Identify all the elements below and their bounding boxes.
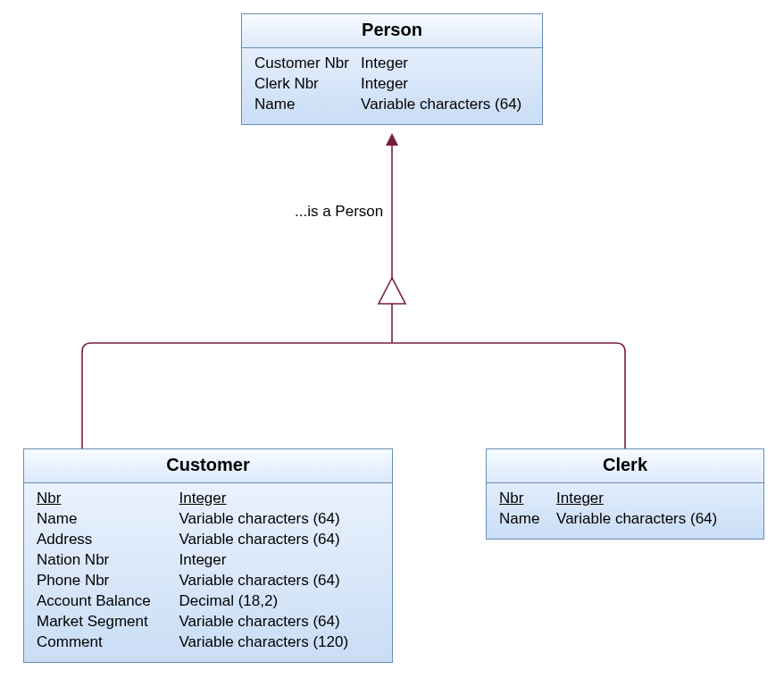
entity-person-body: Customer Nbr Integer Clerk Nbr Integer N…: [242, 48, 542, 124]
entity-customer-body: Nbr Integer Name Variable characters (64…: [24, 483, 392, 662]
attr-type: Decimal (18,2): [176, 591, 383, 612]
attr-type: Integer: [553, 489, 755, 509]
attr-type: Variable characters (64): [357, 95, 533, 115]
attr-type: Integer: [176, 489, 383, 509]
attr-row: Name Variable characters (64): [33, 509, 383, 530]
attr-row: Nbr Integer: [496, 489, 755, 509]
attr-name: Comment: [33, 632, 176, 653]
entity-clerk-title: Clerk: [487, 449, 763, 483]
attr-row: Account Balance Decimal (18,2): [33, 591, 383, 612]
attr-type: Variable characters (64): [176, 612, 383, 632]
attr-type: Integer: [176, 550, 383, 571]
attr-row: Nation Nbr Integer: [33, 550, 383, 571]
attr-name: Name: [251, 95, 357, 115]
attr-name: Address: [33, 530, 176, 550]
entity-person: Person Customer Nbr Integer Clerk Nbr In…: [241, 13, 543, 125]
attr-row: Name Variable characters (64): [251, 95, 533, 115]
attr-name: Phone Nbr: [33, 571, 176, 591]
attr-row: Comment Variable characters (120): [33, 632, 383, 653]
attr-name: Account Balance: [33, 591, 176, 612]
entity-customer-title: Customer: [24, 449, 392, 483]
attr-type: Integer: [357, 54, 533, 74]
attr-row: Nbr Integer: [33, 489, 383, 509]
entity-customer: Customer Nbr Integer Name Variable chara…: [23, 448, 393, 663]
attr-name: Customer Nbr: [251, 54, 357, 74]
attr-name: Nbr: [33, 489, 176, 509]
svg-marker-2: [379, 278, 405, 304]
attr-name: Market Segment: [33, 612, 176, 632]
attr-row: Market Segment Variable characters (64): [33, 612, 383, 632]
attr-name: Nation Nbr: [33, 550, 176, 571]
attr-row: Address Variable characters (64): [33, 530, 383, 550]
attr-row: Clerk Nbr Integer: [251, 74, 533, 95]
attr-type: Integer: [357, 74, 533, 95]
attr-row: Phone Nbr Variable characters (64): [33, 571, 383, 591]
entity-person-title: Person: [242, 14, 542, 48]
svg-marker-1: [386, 133, 398, 146]
attr-name: Clerk Nbr: [251, 74, 357, 95]
entity-clerk: Clerk Nbr Integer Name Variable characte…: [486, 448, 764, 540]
attr-name: Nbr: [496, 489, 553, 509]
attr-type: Variable characters (64): [553, 509, 755, 530]
inheritance-label: ...is a Person: [295, 203, 383, 221]
attr-type: Variable characters (120): [176, 632, 383, 653]
attr-name: Name: [33, 509, 176, 530]
attr-name: Name: [496, 509, 553, 530]
attr-row: Name Variable characters (64): [496, 509, 755, 530]
attr-type: Variable characters (64): [176, 530, 383, 550]
attr-type: Variable characters (64): [176, 509, 383, 530]
attr-row: Customer Nbr Integer: [251, 54, 533, 74]
entity-clerk-body: Nbr Integer Name Variable characters (64…: [487, 483, 763, 539]
attr-type: Variable characters (64): [176, 571, 383, 591]
